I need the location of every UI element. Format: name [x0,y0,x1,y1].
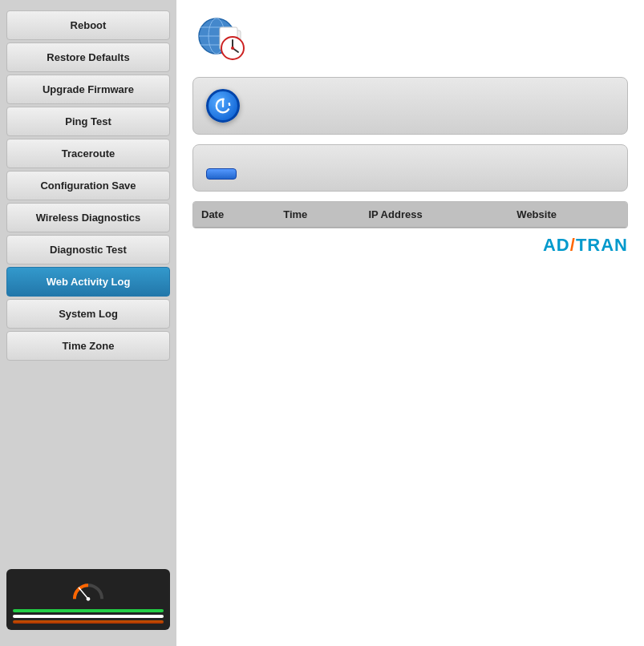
sidebar-item-reboot[interactable]: Reboot [6,10,170,40]
page-header [192,8,628,64]
sidebar-item-configuration-save[interactable]: Configuration Save [6,171,170,200]
col-header-website: Website [508,202,627,228]
adtran-text: AD/TRAN [543,235,628,256]
adtran-logo: AD/TRAN [192,228,628,259]
disable-toggle-button[interactable] [206,89,240,123]
download-panel [192,144,628,192]
gauge-container [13,580,164,603]
connected-badge [13,609,164,612]
log-table: DateTimeIP AddressWebsite [193,202,627,228]
toggle-panel [192,77,628,135]
sidebar-nav: RebootRestore DefaultsUpgrade FirmwarePi… [0,8,176,561]
col-header-date: Date [193,202,275,228]
speed-badge [13,615,164,618]
sidebar-item-restore-defaults[interactable]: Restore Defaults [6,42,170,72]
connection-status-widget [6,569,170,630]
sidebar-item-upgrade-firmware[interactable]: Upgrade Firmware [6,75,170,104]
svg-point-1 [87,597,91,601]
sidebar: RebootRestore DefaultsUpgrade FirmwarePi… [0,0,176,646]
svg-line-0 [79,587,88,599]
sidebar-item-time-zone[interactable]: Time Zone [6,331,170,361]
col-header-ip-address: IP Address [360,202,508,228]
sidebar-item-diagnostic-test[interactable]: Diagnostic Test [6,235,170,264]
power-icon [214,97,232,115]
main-content: DateTimeIP AddressWebsite AD/TRAN [176,0,644,646]
speedometer-icon [69,580,107,603]
col-header-time: Time [275,202,360,228]
sidebar-item-web-activity-log[interactable]: Web Activity Log [6,267,170,297]
walled-garden-badge [13,620,164,624]
sidebar-item-system-log[interactable]: System Log [6,299,170,329]
sidebar-item-ping-test[interactable]: Ping Test [6,107,170,136]
download-button[interactable] [206,168,237,180]
sidebar-item-traceroute[interactable]: Traceroute [6,139,170,168]
log-table-container: DateTimeIP AddressWebsite [192,201,628,228]
web-activity-icon [192,8,249,64]
sidebar-item-wireless-diagnostics[interactable]: Wireless Diagnostics [6,203,170,232]
svg-point-12 [231,46,234,50]
table-header-row: DateTimeIP AddressWebsite [193,202,627,228]
